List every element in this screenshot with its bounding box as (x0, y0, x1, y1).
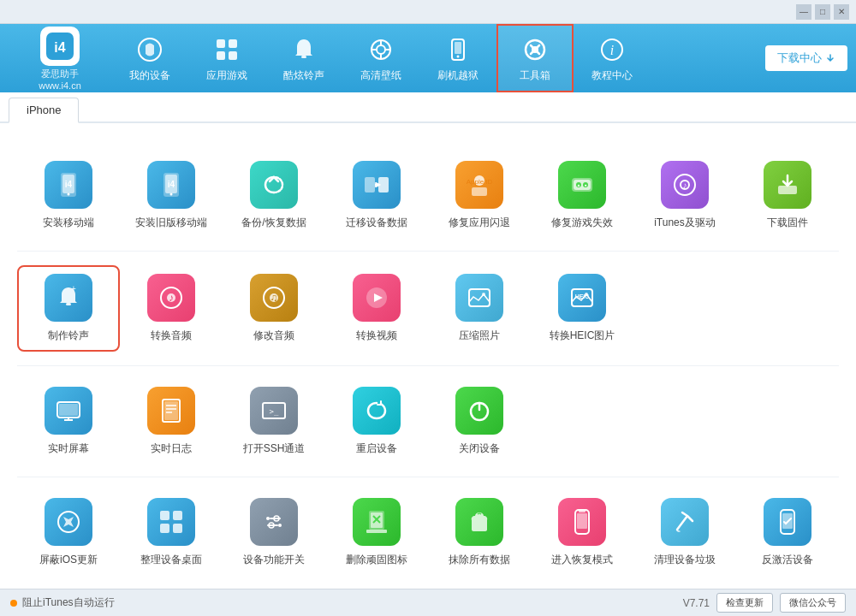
info-icon: i (597, 34, 627, 65)
status-text: 阻止iTunes自动运行 (22, 595, 115, 610)
tool-convert-video[interactable]: 转换视频 (325, 265, 428, 352)
svg-rect-88 (577, 513, 587, 529)
tool-migrate-data[interactable]: 迁移设备数据 (325, 154, 428, 237)
migrate-data-label: 迁移设备数据 (346, 216, 407, 230)
check-update-button[interactable]: 检查更新 (716, 593, 773, 613)
tool-realtime-screen[interactable]: 实时屏幕 (17, 380, 120, 463)
wechat-button[interactable]: 微信公众号 (780, 593, 846, 613)
nav-wallpaper[interactable]: 高清壁纸 (342, 24, 419, 92)
svg-rect-3 (217, 39, 225, 48)
svg-text:i4: i4 (65, 180, 73, 189)
tool-clean-junk[interactable]: 清理设备垃圾 (633, 491, 736, 574)
convert-video-label: 转换视频 (356, 329, 397, 343)
itunes-driver-label: iTunes及驱动 (654, 216, 716, 230)
screen-icon (45, 387, 92, 435)
tool-realtime-log[interactable]: 实时日志 (120, 380, 223, 463)
fix-games-icon: ▲● (558, 161, 606, 209)
nav-my-device[interactable]: 我的设备 (111, 24, 188, 92)
nav-app-games[interactable]: 应用游戏 (188, 24, 265, 92)
tab-iphone[interactable]: iPhone (9, 98, 79, 123)
tool-reboot-device[interactable]: 重启设备 (325, 380, 428, 463)
close-button[interactable]: ✕ (834, 4, 849, 20)
nav-items: 我的设备 应用游戏 酷炫铃声 高清壁纸 刷机越狱 (111, 24, 765, 92)
svg-rect-45 (66, 303, 71, 305)
reboot-label: 重启设备 (356, 441, 397, 456)
tool-organize-desktop[interactable]: 整理设备桌面 (120, 491, 223, 574)
tool-recovery-mode[interactable]: 进入恢复模式 (531, 491, 633, 574)
status-dot (10, 600, 17, 607)
svg-text:i4: i4 (54, 40, 65, 55)
ringtone-icon: + (45, 274, 92, 322)
tool-convert-audio[interactable]: ♪ 转换音频 (120, 265, 223, 352)
recovery-label: 进入恢复模式 (551, 553, 613, 567)
shutdown-label: 关闭设备 (459, 441, 500, 456)
minimize-button[interactable]: — (796, 4, 811, 20)
log-label: 实时日志 (151, 441, 192, 456)
tool-make-ringtone[interactable]: + 制作铃声 (17, 265, 120, 352)
tool-activate[interactable]: 反激活设备 (736, 491, 839, 574)
svg-text:♪: ♪ (169, 292, 174, 304)
restore-button[interactable]: □ (815, 4, 830, 20)
svg-rect-6 (229, 51, 237, 60)
tool-compress-photos[interactable]: 压缩照片 (428, 265, 531, 352)
download-center-button[interactable]: 下载中心 (765, 45, 847, 71)
tool-install-app[interactable]: i4 安装移动端 (17, 154, 120, 237)
tool-fix-apps[interactable]: Apple ID 修复应用闪退 (428, 154, 531, 237)
tool-ssh-tunnel[interactable]: >_ 打开SSH通道 (223, 380, 325, 463)
tool-itunes-driver[interactable]: ♪ iTunes及驱动 (633, 154, 736, 237)
wallpaper-icon (366, 34, 396, 65)
install-old-label: 安装旧版移动端 (135, 216, 207, 230)
migrate-icon (353, 161, 401, 209)
svg-rect-74 (160, 524, 169, 533)
tool-delete-stubborn[interactable]: 删除顽固图标 (325, 491, 428, 574)
logo-icon: i4 (40, 27, 80, 66)
functions-icon (250, 498, 298, 546)
tool-convert-heic[interactable]: HEIC 转换HEIC图片 (531, 265, 633, 352)
tool-backup-restore[interactable]: 备份/恢复数据 (223, 154, 325, 237)
tool-wipe-all[interactable]: 抹除所有数据 (428, 491, 531, 574)
tool-install-old[interactable]: i4 安装旧版移动端 (120, 154, 223, 237)
status-right: V7.71 检查更新 微信公众号 (683, 593, 846, 613)
jailbreak-icon (443, 34, 473, 65)
wechat-label: 微信公众号 (789, 597, 836, 607)
activate-icon (764, 498, 811, 546)
nav-toolbox[interactable]: 工具箱 (496, 24, 574, 92)
organize-label: 整理设备桌面 (140, 553, 202, 567)
svg-text:HEIC: HEIC (575, 293, 590, 299)
firmware-label: 下载固件 (767, 216, 808, 230)
version-text: V7.71 (683, 597, 710, 609)
tool-device-functions[interactable]: 设备功能开关 (223, 491, 325, 574)
tool-shutdown-device[interactable]: 关闭设备 (428, 380, 531, 463)
edit-audio-icon: ♫ (250, 274, 298, 322)
svg-rect-7 (301, 56, 306, 58)
wipe-label: 抹除所有数据 (449, 553, 510, 567)
nav-jailbreak[interactable]: 刷机越狱 (419, 24, 496, 92)
compress-photos-label: 压缩照片 (459, 329, 500, 343)
svg-rect-5 (217, 51, 225, 60)
app-icon (211, 34, 242, 65)
svg-text:i4: i4 (168, 180, 175, 189)
tool-fix-games[interactable]: ▲● 修复游戏失效 (531, 154, 633, 237)
make-ringtone-label: 制作铃声 (48, 329, 89, 343)
fix-games-label: 修复游戏失效 (551, 216, 613, 230)
svg-text:♪: ♪ (683, 181, 687, 190)
svg-text:♫: ♫ (270, 292, 278, 304)
tool-row-3: 实时屏幕 实时日志 >_ 打开SSH通道 重启设备 (17, 366, 839, 477)
svg-point-23 (68, 193, 70, 196)
nav-ringtones[interactable]: 酷炫铃声 (265, 24, 342, 92)
svg-text:i: i (610, 43, 614, 57)
logo-url: www.i4.cn (39, 80, 81, 91)
svg-rect-63 (164, 401, 178, 420)
tool-edit-audio[interactable]: ♫ 修改音频 (223, 265, 325, 352)
tab-bar: iPhone (0, 92, 856, 123)
nav-tutorials[interactable]: i 教程中心 (574, 24, 651, 92)
tool-download-firmware[interactable]: 下载固件 (736, 154, 839, 237)
convert-audio-label: 转换音频 (151, 329, 192, 343)
tool-block-ios[interactable]: 屏蔽iOS更新 (17, 491, 120, 574)
window-controls: — □ ✕ (796, 4, 849, 20)
svg-rect-34 (472, 187, 487, 196)
main-content: i4 安装移动端 i4 安装旧版移动端 备份/恢复数据 迁移设备数据 (0, 123, 856, 589)
itunes-icon: ♪ (661, 161, 709, 209)
clean-icon (661, 498, 709, 546)
svg-text:Apple ID: Apple ID (467, 178, 493, 186)
